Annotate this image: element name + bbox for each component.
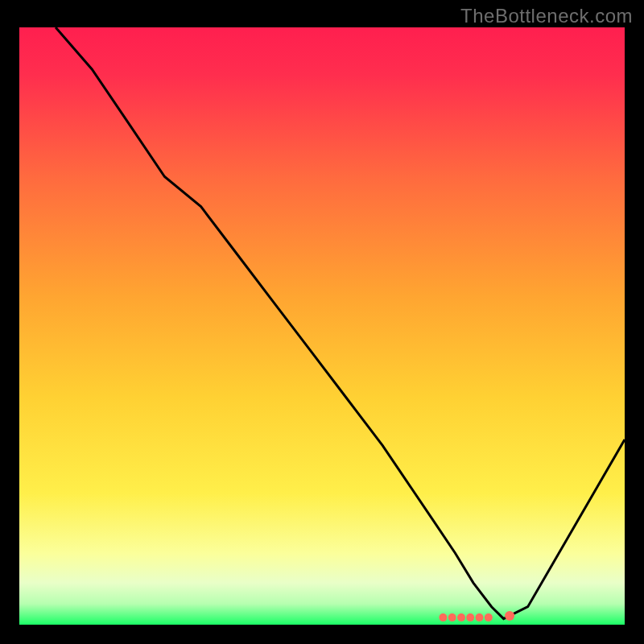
watermark-text: TheBottleneck.com xyxy=(460,5,633,27)
optimal-dot xyxy=(505,611,514,621)
optimal-dot xyxy=(485,613,493,621)
optimal-dot xyxy=(457,613,465,621)
optimal-dot xyxy=(448,613,456,621)
optimal-dot xyxy=(439,613,447,621)
plot-area xyxy=(19,27,625,625)
gradient-background xyxy=(19,27,625,625)
chart-frame: TheBottleneck.com xyxy=(0,0,644,644)
plot-svg xyxy=(19,27,625,625)
optimal-dot xyxy=(466,613,474,621)
optimal-dot xyxy=(476,613,484,621)
